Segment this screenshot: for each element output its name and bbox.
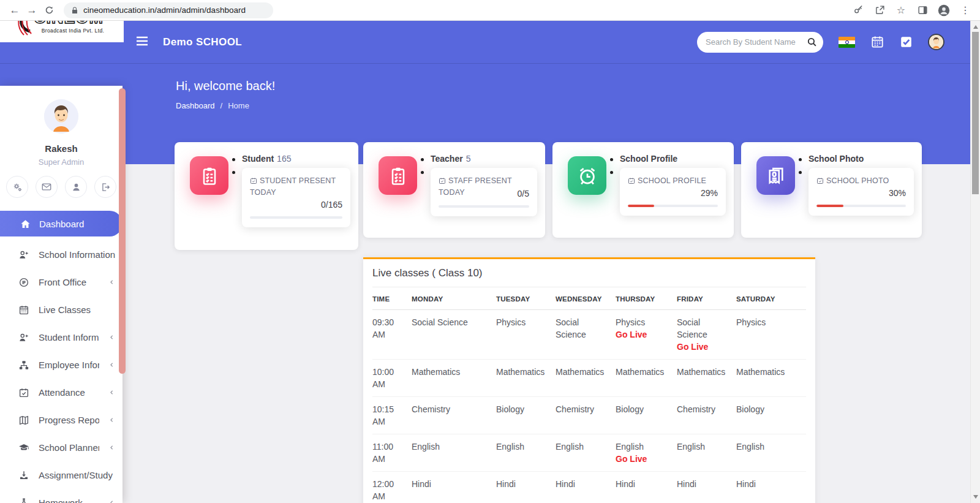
schedule-cell: Biology <box>496 397 556 434</box>
time-cell: 09:30 AM <box>372 310 412 360</box>
alarm-clock-icon <box>568 156 606 195</box>
time-cell: 11:00 AM <box>372 434 412 472</box>
school-title: Demo SCHOOL <box>163 36 242 48</box>
search-input[interactable] <box>706 37 807 47</box>
teacher-stat-card: Teacher5 STAFF PRESENT TODAY 0/5 <box>363 142 545 238</box>
sidebar-item-student-information[interactable]: Student Information <box>0 323 123 351</box>
schedule-cell: Mathematics <box>736 360 806 397</box>
browser-forward-button[interactable]: → <box>23 2 40 19</box>
schedule-cell: Mathematics <box>412 360 496 397</box>
address-bar[interactable]: cineomeducation.in/admin/admin/dashboard <box>64 2 273 18</box>
sidebar-item-attendance[interactable]: Attendance <box>0 379 123 406</box>
sidebar-item-dashboard[interactable]: Dashboard <box>0 211 123 236</box>
panel-value: 29% <box>628 188 718 198</box>
sidebar-item-live-classes[interactable]: Live Classes <box>0 296 123 323</box>
browser-menu-icon[interactable]: ⋮ <box>959 4 971 17</box>
schedule-cell: Social Science <box>556 310 616 360</box>
progress-bar <box>250 216 342 219</box>
greeting-text: Hi, welcome back! <box>176 79 970 93</box>
go-live-link[interactable]: Go Live <box>616 453 672 465</box>
logout-button[interactable] <box>94 176 116 198</box>
go-live-link[interactable]: Go Live <box>616 328 672 341</box>
calendar-check-icon <box>250 177 257 184</box>
breadcrumb-current: Home <box>228 101 249 110</box>
header-user-avatar[interactable] <box>928 34 944 50</box>
stat-label-line: School Profile <box>620 153 680 164</box>
sidebar-item-school-information[interactable]: School Information <box>0 241 123 268</box>
sidebar: Rakesh Super Admin Dashboard School Info <box>0 86 123 503</box>
stat-label-line: Teacher5 <box>431 153 470 164</box>
graduation-cap-icon <box>18 442 29 453</box>
sign-out-icon <box>100 182 111 192</box>
stat-label-line: School Photo <box>809 153 867 164</box>
column-header-thursday: THURSDAY <box>616 287 677 310</box>
app-header: Demo SCHOOL <box>0 21 970 63</box>
panel-value: 30% <box>816 188 906 198</box>
schedule-row: 10:00 AM Mathematics Mathematics Mathema… <box>372 360 806 397</box>
schedule-cell: EnglishGo Live <box>616 434 677 472</box>
person-icon <box>71 182 81 192</box>
go-live-link[interactable]: Go Live <box>677 341 731 353</box>
check-square-icon[interactable] <box>900 36 913 48</box>
search-icon[interactable] <box>807 37 817 47</box>
stat-label-line: Student165 <box>242 153 291 164</box>
certificate-icon <box>756 156 795 195</box>
submenu-chevron-icon <box>108 417 115 423</box>
panel-value: 0/5 <box>518 189 529 199</box>
menu-toggle-button[interactable] <box>136 36 148 48</box>
scrollbar-thumb[interactable] <box>972 32 979 194</box>
calendar-icon[interactable] <box>870 35 884 49</box>
breadcrumb-separator: / <box>221 101 223 110</box>
sitemap-icon <box>18 360 29 371</box>
messages-button[interactable] <box>36 176 58 198</box>
bookmark-star-icon[interactable]: ☆ <box>895 4 907 17</box>
breadcrumb-dashboard-link[interactable]: Dashboard <box>176 101 215 110</box>
user-role: Super Admin <box>0 157 123 167</box>
breadcrumb: Dashboard / Home <box>176 101 970 110</box>
time-cell: 12:00 AM <box>372 472 412 503</box>
progress-bar <box>439 205 529 208</box>
side-panel-icon[interactable] <box>916 4 929 17</box>
sidebar-item-homework[interactable]: Homework <box>0 489 123 503</box>
schedule-cell: Physics <box>736 310 806 360</box>
user-plus-icon <box>18 249 29 260</box>
user-plus-icon <box>18 332 29 343</box>
scroll-up-arrow[interactable] <box>971 22 980 32</box>
download-icon <box>18 470 29 481</box>
envelope-icon <box>41 181 52 192</box>
password-key-icon[interactable] <box>852 4 864 17</box>
gears-icon <box>12 182 23 192</box>
sidebar-item-front-office[interactable]: Front Office <box>0 268 123 296</box>
header-row: TIME MONDAY TUESDAY WEDNESDAY THURSDAY F… <box>372 287 806 310</box>
page-scrollbar[interactable] <box>970 21 980 503</box>
live-classes-title: Live classes ( Class 10) <box>372 259 806 287</box>
schedule-cell: PhysicsGo Live <box>616 310 677 360</box>
sidebar-item-progress-report[interactable]: Progress Report <box>0 406 123 434</box>
browser-reload-button[interactable] <box>40 2 58 19</box>
sidebar-item-school-planner[interactable]: School Planner <box>0 434 123 461</box>
report-book-icon <box>18 415 29 426</box>
schedule-cell: Hindi <box>412 472 496 503</box>
hamburger-icon <box>136 36 148 46</box>
panel-value: 0/165 <box>250 200 342 210</box>
school-profile-stat-card: School Profile SCHOOL PROFILE 29% <box>552 142 734 238</box>
student-present-panel: STUDENT PRESENT TODAY 0/165 <box>242 168 350 227</box>
browser-back-button[interactable]: ← <box>6 2 23 19</box>
share-icon[interactable] <box>873 4 886 17</box>
column-header-saturday: SATURDAY <box>736 287 806 310</box>
schedule-cell: Hindi <box>556 472 616 503</box>
student-search <box>697 32 823 53</box>
sidebar-scrollbar-thumb[interactable] <box>119 88 126 374</box>
user-name: Rakesh <box>0 143 123 154</box>
clipboard-list-icon <box>190 156 228 195</box>
user-avatar[interactable] <box>44 99 78 134</box>
browser-profile-avatar[interactable] <box>938 4 950 17</box>
sidebar-item-assignment-study-material[interactable]: Assignment/Study Material <box>0 461 123 489</box>
schedule-row: 12:00 AM Hindi Hindi Hindi Hindi Hindi H… <box>372 472 806 503</box>
sidebar-item-employee-information[interactable]: Employee Information <box>0 351 123 379</box>
india-flag-icon[interactable] <box>839 37 855 48</box>
scroll-down-arrow[interactable] <box>971 492 980 502</box>
school-photo-panel: SCHOOL PHOTO 30% <box>809 168 914 216</box>
profile-button[interactable] <box>65 176 87 198</box>
settings-button[interactable] <box>6 176 28 198</box>
